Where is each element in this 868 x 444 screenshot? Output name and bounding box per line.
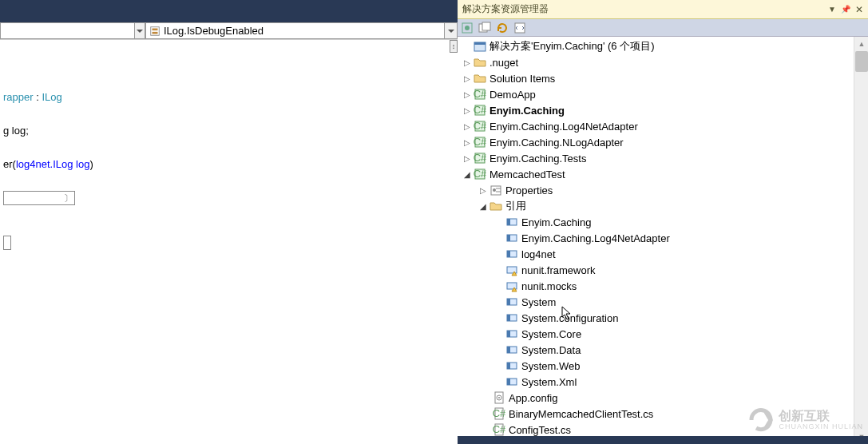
watermark-title: 创新互联 xyxy=(779,410,863,422)
svg-rect-9 xyxy=(474,42,486,45)
pin-icon[interactable]: 📌 xyxy=(840,4,851,15)
split-handle[interactable] xyxy=(450,40,458,53)
svg-rect-39 xyxy=(507,347,510,353)
svg-text:C#: C# xyxy=(474,152,486,164)
svg-rect-33 xyxy=(507,299,510,305)
reference-icon xyxy=(505,248,518,260)
expand-icon[interactable] xyxy=(461,122,474,131)
svg-rect-1 xyxy=(153,28,158,30)
watermark-sub: CHUANGXIN HULIAN xyxy=(779,422,863,430)
ref-system-web[interactable]: System.Web xyxy=(458,358,868,374)
project-nlog-adapter[interactable]: C#Enyim.Caching.NLogAdapter xyxy=(458,134,868,150)
ref-log4net[interactable]: log4net xyxy=(458,246,868,262)
svg-rect-27 xyxy=(507,235,510,241)
solution-node[interactable]: 解决方案'Enyim.Caching' (6 个项目) xyxy=(458,38,868,54)
expand-icon[interactable] xyxy=(461,74,474,83)
ref-system-xml[interactable]: System.Xml xyxy=(458,374,868,390)
reference-icon xyxy=(505,375,518,388)
svg-rect-6 xyxy=(482,22,490,30)
csharp-file-icon: C# xyxy=(493,423,505,436)
references-folder-icon xyxy=(489,200,502,212)
svg-point-4 xyxy=(465,26,470,30)
editor-tabstrip xyxy=(0,0,458,22)
expand-icon[interactable] xyxy=(461,138,474,147)
ref-system[interactable]: System xyxy=(458,294,868,310)
svg-rect-29 xyxy=(507,251,510,257)
svg-text:C#: C# xyxy=(474,88,486,100)
ref-nunit-framework[interactable]: nunit.framework xyxy=(458,262,868,278)
svg-rect-43 xyxy=(507,379,510,385)
refresh-icon[interactable] xyxy=(496,22,509,34)
solution-explorer-panel: 解决方案资源管理器 ▼ 📌 ✕ ▲ ▼ 解决方案'Enyim.Caching' … xyxy=(458,0,868,444)
property-icon xyxy=(149,26,161,37)
ref-enyim-caching[interactable]: Enyim.Caching xyxy=(458,214,868,230)
svg-text:C#: C# xyxy=(474,120,486,132)
svg-point-23 xyxy=(493,188,496,192)
code-editor[interactable]: rapper : ILogg log;er(log4net.ILog log) xyxy=(0,53,458,444)
expand-icon[interactable] xyxy=(477,202,489,211)
folder-properties[interactable]: Properties xyxy=(458,182,868,198)
folder-nuget[interactable]: .nuget xyxy=(458,54,868,70)
collapsed-region[interactable] xyxy=(3,191,75,205)
member-combo-dropdown[interactable] xyxy=(445,22,458,39)
close-icon[interactable]: ✕ xyxy=(854,4,865,15)
scroll-thumb[interactable] xyxy=(855,51,868,72)
solution-icon xyxy=(474,40,486,53)
tree-scrollbar[interactable]: ▲ ▼ xyxy=(854,37,868,444)
expand-icon[interactable] xyxy=(461,106,474,115)
svg-text:C#: C# xyxy=(474,104,486,116)
csproj-icon: C# xyxy=(474,88,486,101)
project-memcachedtest[interactable]: C#MemcachedTest xyxy=(458,166,868,182)
csproj-icon: C# xyxy=(474,120,486,133)
scope-combo-dropdown[interactable] xyxy=(134,22,145,39)
reference-icon xyxy=(505,295,518,308)
folder-icon xyxy=(474,72,486,85)
folder-references[interactable]: 引用 xyxy=(458,198,868,214)
member-combo-text: ILog.IsDebugEnabled xyxy=(164,25,264,37)
svg-rect-35 xyxy=(507,315,510,321)
svg-point-46 xyxy=(498,397,500,398)
reference-warn-icon xyxy=(505,279,518,292)
svg-text:C#: C# xyxy=(493,423,505,435)
folder-icon xyxy=(474,56,486,69)
solution-tree[interactable]: ▲ ▼ 解决方案'Enyim.Caching' (6 个项目) .nuget S… xyxy=(458,37,868,444)
svg-rect-25 xyxy=(507,219,510,225)
reference-icon xyxy=(505,311,518,324)
expand-icon[interactable] xyxy=(461,170,474,179)
project-tests[interactable]: C#Enyim.Caching.Tests xyxy=(458,150,868,166)
csharp-file-icon: C# xyxy=(493,407,505,420)
csproj-icon: C# xyxy=(474,152,486,165)
panel-title-text: 解决方案资源管理器 xyxy=(461,2,824,16)
scope-combo[interactable] xyxy=(0,22,134,39)
panel-titlebar[interactable]: 解决方案资源管理器 ▼ 📌 ✕ xyxy=(458,0,868,19)
project-demoapp[interactable]: C#DemoApp xyxy=(458,86,868,102)
folder-solution-items[interactable]: Solution Items xyxy=(458,70,868,86)
expand-icon[interactable] xyxy=(461,58,474,67)
svg-rect-2 xyxy=(153,31,158,34)
collapsed-region[interactable] xyxy=(3,236,11,250)
window-position-icon[interactable]: ▼ xyxy=(826,4,838,15)
project-log4net-adapter[interactable]: C#Enyim.Caching.Log4NetAdapter xyxy=(458,118,868,134)
expand-icon[interactable] xyxy=(461,90,474,99)
solution-explorer-toolbar xyxy=(458,19,868,37)
reference-icon xyxy=(505,359,518,372)
scroll-up-arrow[interactable]: ▲ xyxy=(854,37,868,51)
expand-icon[interactable] xyxy=(461,154,474,163)
properties-folder-icon xyxy=(489,184,502,196)
member-combo[interactable]: ILog.IsDebugEnabled xyxy=(145,22,445,39)
svg-rect-0 xyxy=(151,26,160,35)
ref-log4netadapter[interactable]: Enyim.Caching.Log4NetAdapter xyxy=(458,230,868,246)
file-app-config[interactable]: App.config xyxy=(458,390,868,406)
properties-icon[interactable] xyxy=(461,22,474,34)
view-code-icon[interactable] xyxy=(513,22,526,34)
svg-text:C#: C# xyxy=(493,407,505,419)
show-all-icon[interactable] xyxy=(478,22,491,34)
ref-system-data[interactable]: System.Data xyxy=(458,342,868,358)
project-enyim-caching[interactable]: C#Enyim.Caching xyxy=(458,102,868,118)
ref-system-configuration[interactable]: System.configuration xyxy=(458,310,868,326)
expand-icon[interactable] xyxy=(477,186,489,195)
ref-nunit-mocks[interactable]: nunit.mocks xyxy=(458,278,868,294)
reference-warn-icon xyxy=(505,264,518,276)
navigation-bar: ILog.IsDebugEnabled xyxy=(0,22,458,40)
ref-system-core[interactable]: System.Core xyxy=(458,326,868,342)
